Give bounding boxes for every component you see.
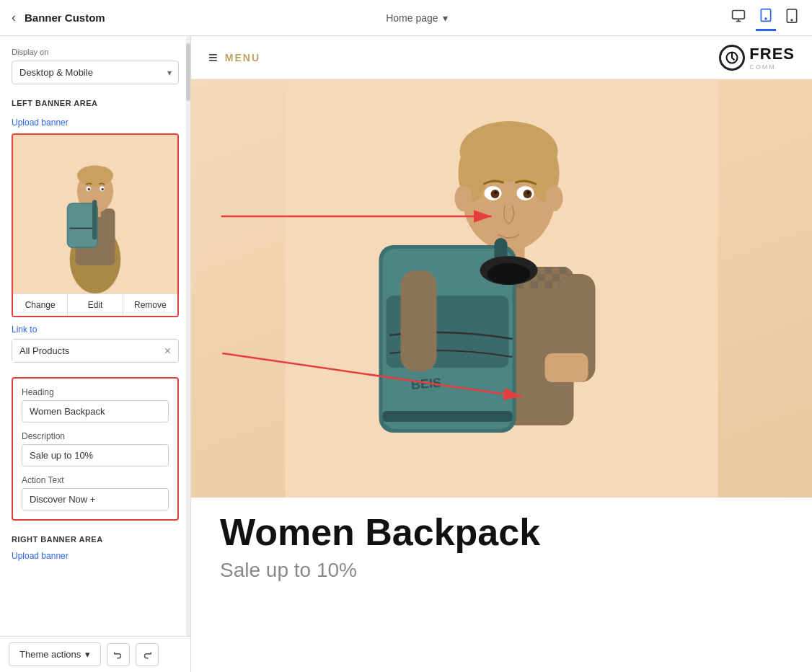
svg-point-61 — [546, 185, 563, 211]
banner-container: BEIS — [191, 79, 812, 604]
svg-rect-17 — [92, 200, 97, 239]
svg-rect-43 — [552, 274, 560, 281]
link-to-input[interactable] — [12, 340, 157, 362]
svg-rect-34 — [560, 267, 567, 274]
description-field-group: Description — [22, 431, 169, 467]
top-bar: ‹ Banner Custom Home page ▾ — [0, 0, 812, 36]
annotation-arrow-1 — [191, 180, 533, 252]
tablet-view-button[interactable] — [756, 5, 776, 31]
nav-logo: FRES COMM — [719, 45, 795, 71]
theme-actions-label: Theme actions — [19, 649, 81, 660]
right-banner-section-title: RIGHT BANNER AREA — [12, 535, 179, 544]
left-banner-section-title: LEFT BANNER AREA — [12, 99, 179, 107]
preview-banner-image: BEIS — [191, 79, 812, 498]
preview-nav: ≡ MENU FRES COMM — [191, 36, 812, 79]
heading-input[interactable] — [22, 400, 169, 423]
link-to-input-wrap: × — [12, 339, 179, 363]
annotation-arrow-2 — [191, 339, 564, 425]
logo-name: FRES — [749, 45, 795, 63]
remove-image-button[interactable]: Remove — [123, 294, 177, 316]
panel-title: Banner Custom — [25, 12, 105, 24]
banner-text-block: Women Backpack Sale up to 10% — [191, 498, 812, 604]
back-button[interactable]: ‹ — [12, 10, 16, 25]
right-upload-banner-label: Upload banner — [12, 551, 179, 561]
action-text-field-label: Action Text — [22, 475, 169, 485]
view-toggles — [728, 5, 800, 31]
scroll-thumb — [186, 43, 190, 101]
description-input[interactable] — [22, 444, 169, 467]
edit-image-button[interactable]: Edit — [68, 294, 123, 316]
svg-rect-33 — [545, 267, 552, 274]
left-panel: Display on Desktop & Mobile Desktop only… — [0, 36, 191, 672]
display-on-select[interactable]: Desktop & Mobile Desktop only Mobile onl… — [12, 61, 179, 84]
hamburger-icon: ≡ — [208, 48, 218, 67]
banner-thumbnail-svg — [23, 135, 167, 293]
page-selector-arrow: ▾ — [443, 12, 448, 24]
preview-area: ≡ MENU FRES COMM — [191, 36, 812, 672]
menu-label: MENU — [225, 52, 260, 63]
link-clear-button[interactable]: × — [157, 340, 178, 362]
svg-point-20 — [88, 188, 90, 190]
link-to-label: Link to — [12, 324, 179, 335]
theme-actions-button[interactable]: Theme actions ▾ — [9, 642, 101, 666]
svg-rect-0 — [733, 11, 745, 19]
desktop-view-button[interactable] — [728, 6, 749, 30]
description-field-label: Description — [22, 431, 169, 441]
undo-button[interactable] — [107, 643, 130, 666]
svg-point-6 — [791, 19, 793, 21]
heading-field-label: Heading — [22, 387, 169, 397]
bottom-bar: Theme actions ▾ — [0, 636, 191, 672]
preview-person-svg: BEIS — [191, 79, 812, 498]
theme-actions-arrow-icon: ▾ — [85, 649, 90, 660]
banner-image-preview — [13, 135, 177, 293]
banner-image-preview-wrap: Change Edit Remove — [12, 133, 179, 317]
svg-point-12 — [77, 165, 113, 185]
image-action-buttons: Change Edit Remove — [13, 293, 177, 316]
action-text-input[interactable] — [22, 488, 169, 510]
svg-rect-42 — [538, 274, 545, 281]
content-fields-section: Heading Description Action Text — [12, 377, 179, 521]
mobile-view-button[interactable] — [783, 6, 800, 30]
banner-preview-description: Sale up to 10% — [220, 559, 783, 582]
logo-sub: COMM — [749, 63, 795, 71]
change-image-button[interactable]: Change — [13, 294, 68, 316]
upload-banner-label: Upload banner — [12, 118, 179, 128]
scroll-track — [186, 36, 190, 672]
svg-rect-52 — [531, 281, 538, 288]
nav-menu: ≡ MENU — [208, 48, 260, 67]
main-layout: Display on Desktop & Mobile Desktop only… — [0, 36, 812, 672]
svg-rect-53 — [545, 281, 552, 288]
page-selector-label: Home page — [386, 12, 438, 24]
svg-point-4 — [765, 18, 767, 19]
heading-field-group: Heading — [22, 387, 169, 423]
display-on-select-wrap: Desktop & Mobile Desktop only Mobile onl… — [12, 61, 179, 84]
display-on-label: Display on — [12, 48, 179, 56]
svg-point-78 — [487, 263, 531, 285]
page-selector[interactable]: Home page ▾ — [386, 12, 447, 24]
action-text-field-group: Action Text — [22, 475, 169, 510]
redo-button[interactable] — [136, 643, 159, 666]
svg-point-21 — [102, 188, 104, 190]
logo-text-block: FRES COMM — [749, 45, 795, 71]
banner-preview-heading: Women Backpack — [220, 512, 783, 553]
logo-circle — [719, 45, 745, 71]
